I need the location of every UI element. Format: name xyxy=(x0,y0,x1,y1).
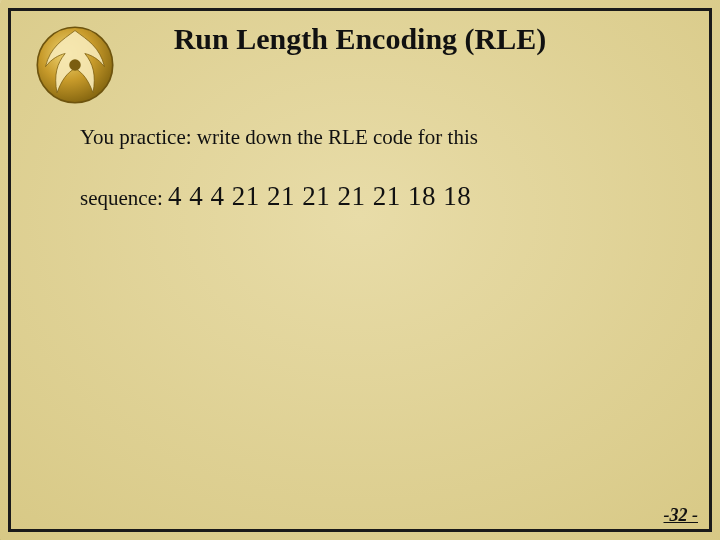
svg-point-2 xyxy=(69,59,80,70)
page-number: -32 - xyxy=(664,505,699,526)
sequence-label: sequence: xyxy=(80,186,168,210)
slide-body: You practice: write down the RLE code fo… xyxy=(80,122,660,216)
sequence-line: sequence: 4 4 4 21 21 21 21 21 18 18 xyxy=(80,176,660,217)
slide-title: Run Length Encoding (RLE) xyxy=(0,22,720,56)
sequence-values: 4 4 4 21 21 21 21 21 18 18 xyxy=(168,181,471,211)
slide: Run Length Encoding (RLE) You practice: … xyxy=(0,0,720,540)
practice-instruction: You practice: write down the RLE code fo… xyxy=(80,122,660,154)
